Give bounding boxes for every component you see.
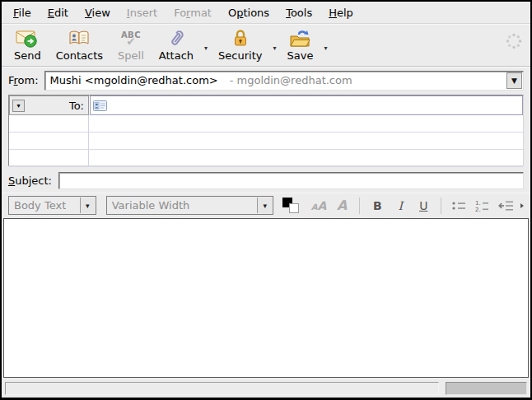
spell-check-icon: ABC ✔ (121, 28, 141, 49)
menubar: File Edit View Insert Format Options Too… (2, 2, 530, 24)
send-label: Send (14, 50, 41, 62)
font-arrow-icon[interactable]: ▾ (257, 198, 272, 213)
addressing-area: ▾ To: (8, 95, 524, 166)
menu-format: Format (166, 3, 220, 22)
security-label: Security (218, 50, 262, 62)
numbered-list-icon: 1. 2. (474, 199, 489, 212)
menu-tools[interactable]: Tools (278, 3, 320, 22)
attach-dropdown-arrow-icon[interactable]: ▾ (201, 44, 211, 52)
address-card-icon (93, 100, 107, 111)
recipient-row-empty[interactable] (9, 150, 523, 167)
bullet-list-button[interactable] (448, 196, 469, 216)
from-dropdown-arrow-icon[interactable]: ▼ (506, 72, 522, 89)
attach-label: Attach (159, 50, 194, 62)
decrease-font-icon: AA (311, 200, 327, 212)
contacts-button[interactable]: Contacts (49, 26, 110, 63)
outdent-icon (497, 199, 514, 212)
from-row: From: Mushi <mgoldin@redhat.com>- mgoldi… (2, 67, 530, 93)
attach-paperclip-icon (166, 28, 187, 49)
security-lock-icon (231, 28, 250, 49)
security-dropdown-arrow-icon[interactable]: ▾ (269, 44, 279, 52)
contacts-label: Contacts (56, 50, 103, 62)
message-body-editor[interactable] (3, 218, 529, 378)
recipient-row-empty[interactable] (9, 115, 523, 133)
from-identity-select[interactable]: Mushi <mgoldin@redhat.com>- mgoldin@redh… (44, 71, 524, 91)
statusbar (2, 379, 530, 398)
underline-button[interactable]: U (413, 196, 434, 216)
recipient-input[interactable] (90, 95, 523, 115)
paragraph-style-value: Body Text (9, 199, 66, 212)
decrease-font-size-button: AA (308, 196, 329, 216)
numbered-list-button[interactable]: 1. 2. (471, 196, 492, 216)
send-icon (16, 28, 39, 49)
toolbar-separator (441, 198, 441, 214)
toolbar-separator (359, 198, 360, 214)
progress-meter (446, 382, 527, 395)
recipient-type-label: To: (25, 100, 86, 112)
save-button[interactable]: Save (279, 26, 320, 63)
menu-edit[interactable]: Edit (40, 3, 77, 22)
send-button[interactable]: Send (7, 26, 49, 63)
save-dropdown-arrow-icon[interactable]: ▾ (320, 44, 330, 52)
recipient-row: ▾ To: (9, 95, 523, 115)
save-folder-icon (288, 28, 311, 49)
increase-font-icon: A (337, 199, 347, 212)
paragraph-style-select[interactable]: Body Text ▾ (8, 196, 96, 215)
mail-compose-window: File Edit View Insert Format Options Too… (0, 0, 532, 400)
spell-button: ABC ✔ Spell (110, 26, 152, 63)
recipient-type-button[interactable]: ▾ To: (9, 95, 89, 115)
save-label: Save (287, 50, 313, 62)
subject-input[interactable] (58, 172, 524, 189)
menu-help[interactable]: Help (320, 3, 362, 22)
spell-label: Spell (118, 50, 144, 62)
background-color-swatch[interactable] (289, 203, 299, 213)
outdent-button[interactable] (494, 196, 517, 216)
increase-font-size-button: A (331, 196, 352, 216)
activity-throbber-icon (504, 31, 524, 53)
subject-row: Subject: (2, 168, 530, 193)
from-label: From: (8, 74, 39, 86)
menu-file[interactable]: File (5, 3, 40, 22)
text-color-picker[interactable] (282, 197, 301, 215)
italic-button[interactable]: I (390, 196, 411, 216)
menu-view[interactable]: View (77, 3, 119, 22)
subject-label: Subject: (8, 174, 52, 187)
contacts-icon (68, 28, 91, 49)
paragraph-style-arrow-icon[interactable]: ▾ (80, 198, 95, 213)
bullet-list-icon (451, 200, 466, 212)
menu-options[interactable]: Options (220, 3, 278, 22)
svg-text:2.: 2. (475, 206, 481, 212)
font-select[interactable]: Variable Width ▾ (106, 196, 274, 215)
recipient-row-empty[interactable] (9, 133, 523, 150)
menu-insert: Insert (119, 3, 166, 22)
formatting-toolbar: Body Text ▾ Variable Width ▾ AA A B I U (2, 193, 530, 217)
security-button[interactable]: Security (211, 26, 269, 63)
status-text (5, 382, 439, 395)
attach-button[interactable]: Attach (152, 26, 201, 63)
from-identity-value: Mushi <mgoldin@redhat.com>- mgoldin@redh… (45, 74, 352, 86)
compose-toolbar: Send Contacts ABC ✔ Spell (2, 24, 530, 67)
bold-button[interactable]: B (366, 196, 388, 216)
toolbar-overflow-icon[interactable] (520, 203, 524, 208)
font-value: Variable Width (107, 199, 190, 212)
recipient-type-dropdown-icon[interactable]: ▾ (12, 100, 25, 112)
